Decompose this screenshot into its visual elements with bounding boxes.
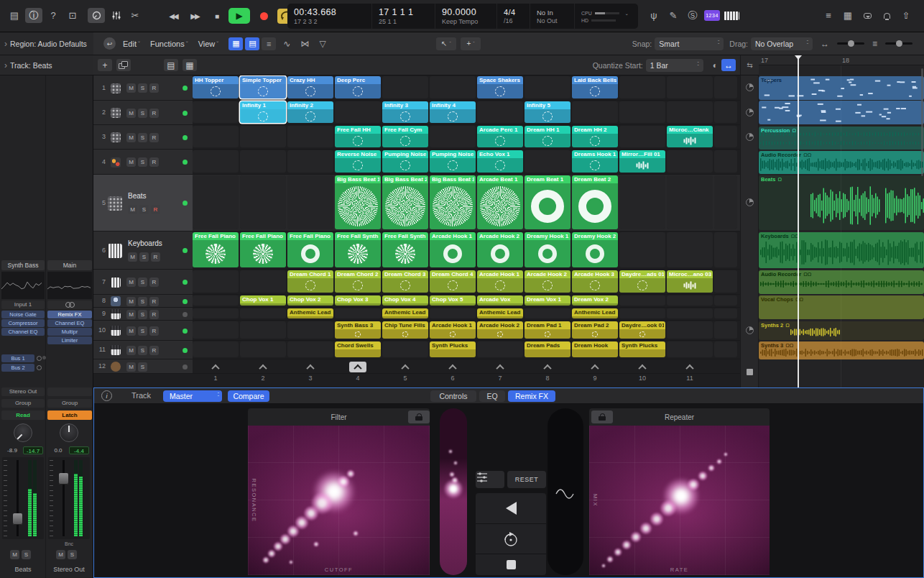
functions-menu[interactable]: Functions: [150, 40, 185, 48]
fx-slot[interactable]: Channel EQ: [47, 319, 92, 327]
loop-cell[interactable]: Reverse Noise: [335, 150, 381, 173]
empty-cell[interactable]: [240, 341, 286, 357]
loop-cell[interactable]: Dreamy Hook 2: [572, 232, 618, 267]
send-slot[interactable]: Bus 1: [1, 354, 34, 362]
empty-cell[interactable]: [193, 341, 239, 357]
inspector-toggle-icon[interactable]: ⓘ: [25, 8, 42, 23]
solo-badge-icon[interactable]: Ⓢ: [684, 8, 701, 23]
empty-cell[interactable]: [240, 175, 286, 229]
loop-cell[interactable]: Daydre…ads 01: [619, 270, 665, 293]
loop-cell[interactable]: Dream Pad 1: [525, 321, 570, 339]
play-button[interactable]: ▶: [228, 8, 250, 24]
loop-cell[interactable]: Daydre…ook 01: [619, 321, 665, 339]
bounce-label[interactable]: Bnc: [48, 541, 90, 546]
loop-cell[interactable]: Free Fall Piano: [193, 232, 239, 267]
track-inspector-row[interactable]: › Track: Beats: [0, 55, 93, 75]
track-header[interactable]: 1MSR: [93, 75, 193, 100]
empty-cell[interactable]: [667, 341, 713, 357]
loop-cell[interactable]: Arcade Hook 2: [477, 321, 523, 339]
share-icon[interactable]: ⇧: [897, 8, 915, 23]
fx-slot[interactable]: Multipr: [47, 328, 92, 336]
scene-trigger-button[interactable]: [444, 362, 461, 372]
empty-cell[interactable]: [714, 76, 737, 98]
track-header[interactable]: 10MSR: [93, 321, 193, 340]
rewind-button[interactable]: ◀◀: [164, 9, 183, 24]
loop-cell[interactable]: Microc…Clank: [667, 126, 713, 147]
empty-cell[interactable]: [382, 341, 428, 357]
edit-menu[interactable]: Edit: [123, 40, 137, 48]
empty-cell[interactable]: [430, 76, 476, 98]
plugin-tab-eq[interactable]: EQ: [479, 390, 505, 402]
region-inspector-row[interactable]: › Region: Audio Defaults: [0, 32, 93, 55]
loop-cell[interactable]: Big Bass Beat 2: [382, 175, 428, 229]
loop-cell[interactable]: Free Fall Piano: [240, 232, 286, 267]
cell-queue-clock-icon[interactable]: [746, 109, 754, 116]
eq-thumbnail[interactable]: [1, 272, 45, 299]
scene-trigger-button[interactable]: [207, 362, 224, 372]
loop-cell[interactable]: Laid Back Bells: [572, 76, 618, 98]
track-header[interactable]: 8MSR: [93, 295, 193, 307]
empty-cell[interactable]: [619, 101, 665, 123]
fx-vertical-slider[interactable]: [440, 408, 467, 575]
track-header[interactable]: 11MSR: [93, 341, 193, 359]
automation-mode-read[interactable]: Read: [1, 410, 45, 420]
track-mute-button[interactable]: M: [126, 297, 136, 306]
compare-button[interactable]: Compare: [228, 390, 269, 402]
column-browser-icon[interactable]: ▤: [164, 59, 178, 71]
loop-cell[interactable]: Simple Topper: [240, 76, 286, 98]
track-record-button[interactable]: R: [151, 252, 160, 262]
disclosure-icon[interactable]: ›: [4, 60, 7, 70]
scene-trigger-button[interactable]: [681, 362, 698, 372]
scene-trigger-button[interactable]: [254, 362, 272, 372]
repeater-xy-pad[interactable]: MIXRATE: [589, 426, 770, 575]
loop-cell[interactable]: Infinity 1: [240, 101, 286, 123]
loop-cell[interactable]: Free Fall Piano: [287, 232, 333, 267]
drag-dropdown[interactable]: No Overlapˆˇ: [751, 37, 813, 50]
track-mute-button[interactable]: M: [126, 362, 136, 372]
help-icon[interactable]: ?: [45, 8, 62, 23]
loop-cell[interactable]: Dream Chord 1: [287, 270, 333, 293]
track-solo-button[interactable]: S: [139, 252, 149, 262]
slider-handle[interactable]: [896, 40, 902, 47]
rows-view-button[interactable]: ≡: [262, 37, 276, 50]
arrange-region[interactable]: KeyboardsΩΩ: [759, 232, 924, 268]
loop-cell[interactable]: Dreams Hook 1: [572, 150, 618, 173]
track-mute-button[interactable]: M: [128, 205, 137, 214]
empty-cell[interactable]: [287, 126, 333, 147]
musical-typing-icon[interactable]: [723, 8, 740, 23]
loop-cell[interactable]: Chop Vox 3: [335, 295, 381, 306]
fx-slot[interactable]: Remix FX: [47, 311, 92, 318]
fx-settings-button[interactable]: [476, 471, 504, 488]
loop-cell[interactable]: Infinity 4: [430, 101, 476, 123]
empty-cell[interactable]: [240, 321, 286, 339]
columns-view-button[interactable]: ▤: [245, 37, 259, 50]
grid-view-button[interactable]: ▦: [228, 37, 243, 50]
pencil-tool-dropdown[interactable]: +ˇ: [461, 37, 481, 50]
empty-cell[interactable]: [714, 232, 737, 267]
fader-handle[interactable]: [13, 513, 22, 525]
track-header[interactable]: 12MS: [93, 359, 193, 373]
loop-cell[interactable]: Deep Perc: [335, 76, 381, 98]
track-record-button[interactable]: R: [149, 109, 159, 118]
track-mute-button[interactable]: M: [126, 157, 136, 167]
track-mute-button[interactable]: M: [126, 109, 136, 118]
send-slot[interactable]: Bus 2: [1, 364, 34, 372]
loop-cell[interactable]: Dream Pads: [525, 341, 570, 357]
loop-cell[interactable]: Synth Plucks: [619, 341, 665, 357]
track-record-button[interactable]: R: [149, 133, 159, 142]
empty-cell[interactable]: [714, 101, 737, 123]
empty-cell[interactable]: [287, 150, 333, 173]
zoom-h-icon[interactable]: ↔: [821, 39, 829, 49]
track-mute-button[interactable]: M: [128, 252, 137, 262]
arrange-region[interactable]: [759, 101, 924, 124]
plugin-info-button[interactable]: i: [101, 390, 112, 401]
track-solo-button[interactable]: S: [138, 133, 147, 142]
track-solo-button[interactable]: S: [138, 346, 147, 355]
plugin-track-label[interactable]: Track: [131, 391, 151, 400]
empty-cell[interactable]: [667, 76, 713, 98]
track-solo-button[interactable]: S: [138, 277, 147, 287]
reverse-playback-button[interactable]: [476, 493, 546, 523]
v-zoom-slider[interactable]: [885, 42, 913, 45]
loop-cell[interactable]: Dream Beat 1: [525, 175, 570, 229]
loop-cell[interactable]: Arcade Beat 1: [477, 175, 523, 229]
